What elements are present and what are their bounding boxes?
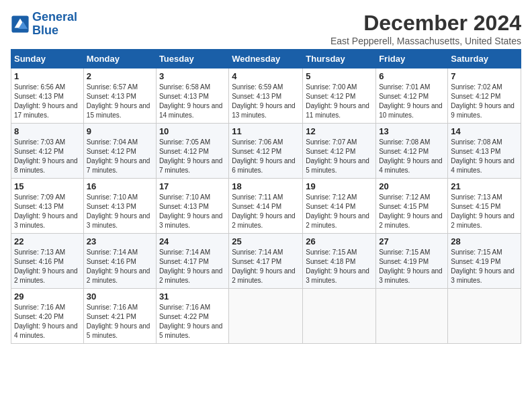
day-cell: 21Sunrise: 7:13 AMSunset: 4:15 PMDayligh… <box>448 179 521 234</box>
day-cell: 4Sunrise: 6:59 AMSunset: 4:13 PMDaylight… <box>229 68 303 124</box>
day-number: 16 <box>87 181 153 191</box>
day-info: Sunrise: 7:04 AMSunset: 4:12 PMDaylight:… <box>87 138 153 175</box>
day-number: 17 <box>159 181 226 191</box>
day-cell: 26Sunrise: 7:15 AMSunset: 4:18 PMDayligh… <box>303 234 376 289</box>
month-title: December 2024 <box>330 11 521 36</box>
day-info: Sunrise: 6:58 AMSunset: 4:13 PMDaylight:… <box>159 83 226 120</box>
day-info: Sunrise: 7:15 AMSunset: 4:18 PMDaylight:… <box>306 248 373 285</box>
day-info: Sunrise: 6:57 AMSunset: 4:13 PMDaylight:… <box>87 83 153 120</box>
day-info: Sunrise: 7:01 AMSunset: 4:12 PMDaylight:… <box>379 83 445 120</box>
header-cell-monday: Monday <box>83 50 156 68</box>
day-number: 5 <box>306 71 373 81</box>
day-number: 4 <box>232 71 300 81</box>
week-row-4: 22Sunrise: 7:13 AMSunset: 4:16 PMDayligh… <box>11 234 521 289</box>
day-cell: 27Sunrise: 7:15 AMSunset: 4:19 PMDayligh… <box>376 234 448 289</box>
day-cell: 29Sunrise: 7:16 AMSunset: 4:20 PMDayligh… <box>11 289 84 344</box>
day-cell: 28Sunrise: 7:15 AMSunset: 4:19 PMDayligh… <box>448 234 521 289</box>
day-number: 25 <box>232 236 300 246</box>
week-row-1: 1Sunrise: 6:56 AMSunset: 4:13 PMDaylight… <box>11 68 521 124</box>
day-cell: 9Sunrise: 7:04 AMSunset: 4:12 PMDaylight… <box>83 124 156 179</box>
day-number: 21 <box>451 181 518 191</box>
logo-text: General Blue <box>32 11 77 38</box>
day-cell <box>376 289 448 344</box>
day-number: 23 <box>87 236 153 246</box>
day-info: Sunrise: 7:03 AMSunset: 4:12 PMDaylight:… <box>14 138 81 175</box>
day-number: 26 <box>306 236 373 246</box>
day-info: Sunrise: 7:13 AMSunset: 4:15 PMDaylight:… <box>451 193 518 230</box>
day-number: 18 <box>232 181 300 191</box>
day-cell: 31Sunrise: 7:16 AMSunset: 4:22 PMDayligh… <box>156 289 228 344</box>
day-number: 7 <box>451 71 518 81</box>
day-number: 14 <box>451 126 518 136</box>
day-number: 19 <box>306 181 373 191</box>
header-cell-thursday: Thursday <box>303 50 376 68</box>
day-number: 27 <box>379 236 445 246</box>
location-title: East Pepperell, Massachusetts, United St… <box>330 36 521 46</box>
day-info: Sunrise: 7:12 AMSunset: 4:15 PMDaylight:… <box>379 193 445 230</box>
day-cell: 10Sunrise: 7:05 AMSunset: 4:12 PMDayligh… <box>156 124 228 179</box>
day-cell <box>303 289 376 344</box>
day-info: Sunrise: 7:15 AMSunset: 4:19 PMDaylight:… <box>379 248 445 285</box>
week-row-5: 29Sunrise: 7:16 AMSunset: 4:20 PMDayligh… <box>11 289 521 344</box>
day-cell: 16Sunrise: 7:10 AMSunset: 4:13 PMDayligh… <box>83 179 156 234</box>
calendar-table: SundayMondayTuesdayWednesdayThursdayFrid… <box>11 49 521 344</box>
day-info: Sunrise: 7:06 AMSunset: 4:12 PMDaylight:… <box>232 138 300 175</box>
day-info: Sunrise: 7:08 AMSunset: 4:12 PMDaylight:… <box>379 138 445 175</box>
day-cell: 19Sunrise: 7:12 AMSunset: 4:14 PMDayligh… <box>303 179 376 234</box>
day-number: 10 <box>159 126 226 136</box>
day-cell: 22Sunrise: 7:13 AMSunset: 4:16 PMDayligh… <box>11 234 84 289</box>
header: General Blue December 2024 East Pepperel… <box>11 11 521 46</box>
day-cell: 6Sunrise: 7:01 AMSunset: 4:12 PMDaylight… <box>376 68 448 124</box>
day-number: 1 <box>14 71 81 81</box>
day-number: 2 <box>87 71 153 81</box>
day-cell: 13Sunrise: 7:08 AMSunset: 4:12 PMDayligh… <box>376 124 448 179</box>
logo-line2: Blue <box>32 24 58 37</box>
logo: General Blue <box>11 11 77 38</box>
day-info: Sunrise: 7:05 AMSunset: 4:12 PMDaylight:… <box>159 138 226 175</box>
day-info: Sunrise: 7:16 AMSunset: 4:22 PMDaylight:… <box>159 303 226 340</box>
day-cell: 24Sunrise: 7:14 AMSunset: 4:17 PMDayligh… <box>156 234 228 289</box>
day-cell: 12Sunrise: 7:07 AMSunset: 4:12 PMDayligh… <box>303 124 376 179</box>
day-cell: 3Sunrise: 6:58 AMSunset: 4:13 PMDaylight… <box>156 68 228 124</box>
day-cell: 25Sunrise: 7:14 AMSunset: 4:17 PMDayligh… <box>229 234 303 289</box>
header-row: SundayMondayTuesdayWednesdayThursdayFrid… <box>11 50 521 68</box>
day-number: 28 <box>451 236 518 246</box>
day-cell: 15Sunrise: 7:09 AMSunset: 4:13 PMDayligh… <box>11 179 84 234</box>
day-info: Sunrise: 7:09 AMSunset: 4:13 PMDaylight:… <box>14 193 81 230</box>
day-cell: 11Sunrise: 7:06 AMSunset: 4:12 PMDayligh… <box>229 124 303 179</box>
day-cell: 8Sunrise: 7:03 AMSunset: 4:12 PMDaylight… <box>11 124 84 179</box>
header-cell-friday: Friday <box>376 50 448 68</box>
day-number: 11 <box>232 126 300 136</box>
day-number: 12 <box>306 126 373 136</box>
day-info: Sunrise: 7:16 AMSunset: 4:20 PMDaylight:… <box>14 303 81 340</box>
day-cell <box>229 289 303 344</box>
week-row-3: 15Sunrise: 7:09 AMSunset: 4:13 PMDayligh… <box>11 179 521 234</box>
day-cell: 18Sunrise: 7:11 AMSunset: 4:14 PMDayligh… <box>229 179 303 234</box>
day-info: Sunrise: 7:12 AMSunset: 4:14 PMDaylight:… <box>306 193 373 230</box>
day-info: Sunrise: 7:10 AMSunset: 4:13 PMDaylight:… <box>87 193 153 230</box>
day-info: Sunrise: 7:13 AMSunset: 4:16 PMDaylight:… <box>14 248 81 285</box>
day-info: Sunrise: 7:02 AMSunset: 4:12 PMDaylight:… <box>451 83 518 120</box>
day-info: Sunrise: 6:56 AMSunset: 4:13 PMDaylight:… <box>14 83 81 120</box>
day-info: Sunrise: 7:00 AMSunset: 4:12 PMDaylight:… <box>306 83 373 120</box>
day-number: 22 <box>14 236 81 246</box>
day-info: Sunrise: 7:07 AMSunset: 4:12 PMDaylight:… <box>306 138 373 175</box>
day-cell <box>448 289 521 344</box>
day-number: 20 <box>379 181 445 191</box>
logo-icon <box>11 15 30 34</box>
day-info: Sunrise: 6:59 AMSunset: 4:13 PMDaylight:… <box>232 83 300 120</box>
day-number: 13 <box>379 126 445 136</box>
header-cell-sunday: Sunday <box>11 50 84 68</box>
day-cell: 7Sunrise: 7:02 AMSunset: 4:12 PMDaylight… <box>448 68 521 124</box>
day-info: Sunrise: 7:14 AMSunset: 4:17 PMDaylight:… <box>232 248 300 285</box>
day-info: Sunrise: 7:10 AMSunset: 4:13 PMDaylight:… <box>159 193 226 230</box>
day-cell: 23Sunrise: 7:14 AMSunset: 4:16 PMDayligh… <box>83 234 156 289</box>
day-cell: 1Sunrise: 6:56 AMSunset: 4:13 PMDaylight… <box>11 68 84 124</box>
day-number: 8 <box>14 126 81 136</box>
day-cell: 30Sunrise: 7:16 AMSunset: 4:21 PMDayligh… <box>83 289 156 344</box>
day-info: Sunrise: 7:14 AMSunset: 4:16 PMDaylight:… <box>87 248 153 285</box>
day-number: 3 <box>159 71 226 81</box>
day-cell: 14Sunrise: 7:08 AMSunset: 4:13 PMDayligh… <box>448 124 521 179</box>
day-cell: 5Sunrise: 7:00 AMSunset: 4:12 PMDaylight… <box>303 68 376 124</box>
day-info: Sunrise: 7:14 AMSunset: 4:17 PMDaylight:… <box>159 248 226 285</box>
